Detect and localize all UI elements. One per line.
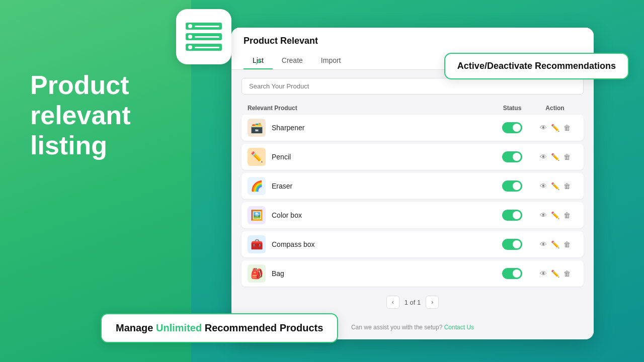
- status-cell: [492, 268, 532, 279]
- view-icon[interactable]: 👁: [540, 211, 547, 219]
- view-icon[interactable]: 👁: [540, 124, 547, 132]
- logo-circle-1: [188, 24, 192, 28]
- view-icon[interactable]: 👁: [540, 269, 547, 278]
- edit-icon[interactable]: ✏️: [551, 153, 559, 161]
- callout-bottom-bold: Products: [280, 322, 324, 333]
- page-info: 1 of 1: [405, 299, 421, 306]
- col-header-status: Status: [492, 105, 532, 112]
- product-thumb: 🎒: [248, 264, 266, 283]
- tab-list[interactable]: List ↗: [244, 52, 273, 69]
- delete-icon[interactable]: 🗑: [564, 182, 571, 190]
- product-name: Sharpener: [272, 124, 492, 132]
- delete-icon[interactable]: 🗑: [564, 124, 571, 132]
- footer-help-text: Can we assist you with the setup?: [351, 324, 444, 331]
- logo-bar-3: [186, 44, 222, 51]
- table-row: 🎒 Bag 👁 ✏️ 🗑: [242, 260, 584, 287]
- delete-icon[interactable]: 🗑: [564, 153, 571, 161]
- col-header-product: Relevant Product: [248, 105, 492, 112]
- action-cell: 👁 ✏️ 🗑: [532, 124, 578, 132]
- logo-bar-2: [186, 33, 222, 40]
- product-name: Bag: [272, 269, 492, 278]
- product-thumb: 🖼️: [248, 206, 266, 224]
- status-cell: [492, 122, 532, 133]
- status-toggle[interactable]: [502, 268, 522, 279]
- callout-top-normal: Active/Deactivate: [457, 61, 535, 71]
- table-row: 🗃️ Sharpener 👁 ✏️ 🗑: [242, 115, 584, 141]
- product-thumb: ✏️: [248, 148, 266, 166]
- product-thumb: 🗃️: [248, 119, 266, 137]
- table-row: ✏️ Pencil 👁 ✏️ 🗑: [242, 144, 584, 170]
- footer-contact-link[interactable]: Contact Us: [444, 324, 474, 331]
- page-prev-btn[interactable]: ‹: [386, 296, 399, 309]
- status-cell: [492, 180, 532, 192]
- view-icon[interactable]: 👁: [540, 240, 547, 248]
- delete-icon[interactable]: 🗑: [564, 211, 571, 219]
- edit-icon[interactable]: ✏️: [551, 182, 559, 190]
- col-header-action: Action: [532, 105, 578, 112]
- product-name: Compass box: [272, 240, 492, 248]
- callout-bottom-prefix: Manage: [116, 322, 156, 333]
- edit-icon[interactable]: ✏️: [551, 211, 559, 219]
- edit-icon[interactable]: ✏️: [551, 124, 559, 132]
- edit-icon[interactable]: ✏️: [551, 269, 559, 278]
- app-title: Product Relevant: [244, 36, 582, 46]
- callout-top-badge: Active/Deactivate Recommendations: [444, 53, 629, 79]
- page-next-btn[interactable]: ›: [426, 296, 439, 309]
- logo-line-3: [195, 47, 219, 48]
- tab-create[interactable]: Create: [273, 52, 312, 69]
- callout-bottom-middle: Recommended: [202, 322, 279, 333]
- table-row: 🖼️ Color box 👁 ✏️ 🗑: [242, 202, 584, 228]
- logo-bar-1: [186, 23, 222, 30]
- status-cell: [492, 239, 532, 250]
- hero-line1: Product: [30, 70, 129, 100]
- logo-circle-2: [188, 35, 192, 39]
- product-name: Pencil: [272, 153, 492, 161]
- action-cell: 👁 ✏️ 🗑: [532, 153, 578, 161]
- action-cell: 👁 ✏️ 🗑: [532, 211, 578, 219]
- logo-card: [176, 9, 231, 64]
- app-body: Relevant Product Status Action 🗃️ Sharpe…: [231, 70, 594, 321]
- product-name: Eraser: [272, 182, 492, 190]
- product-thumb: 🌈: [248, 177, 266, 195]
- action-cell: 👁 ✏️ 🗑: [532, 269, 578, 278]
- status-toggle[interactable]: [502, 210, 522, 221]
- callout-bottom-highlight: Unlimited: [156, 322, 202, 333]
- tab-import[interactable]: Import: [312, 52, 350, 69]
- status-toggle[interactable]: [502, 122, 522, 133]
- delete-icon[interactable]: 🗑: [564, 269, 571, 278]
- logo-line-1: [195, 26, 219, 27]
- product-list: 🗃️ Sharpener 👁 ✏️ 🗑 ✏️ Pencil 👁 ✏️ 🗑 🌈: [242, 115, 584, 287]
- edit-icon[interactable]: ✏️: [551, 240, 559, 248]
- hero-line2: relevant: [30, 101, 130, 130]
- callout-top-bold: Recommendations: [535, 61, 616, 71]
- logo-line-2: [195, 36, 219, 38]
- table-header: Relevant Product Status Action: [242, 102, 584, 115]
- search-input[interactable]: [242, 78, 584, 95]
- callout-bottom-badge: Manage Unlimited Recommended Products: [101, 313, 338, 343]
- action-cell: 👁 ✏️ 🗑: [532, 182, 578, 190]
- status-toggle[interactable]: [502, 180, 522, 192]
- hero-text: Product relevant listing: [30, 70, 130, 160]
- pagination: ‹ 1 of 1 ›: [242, 290, 584, 313]
- status-cell: [492, 151, 532, 162]
- product-thumb: 🧰: [248, 235, 266, 253]
- product-name: Color box: [272, 211, 492, 219]
- table-row: 🧰 Compass box 👁 ✏️ 🗑: [242, 231, 584, 257]
- cursor-icon: ↗: [255, 57, 261, 67]
- delete-icon[interactable]: 🗑: [564, 240, 571, 248]
- table-row: 🌈 Eraser 👁 ✏️ 🗑: [242, 173, 584, 199]
- status-toggle[interactable]: [502, 239, 522, 250]
- view-icon[interactable]: 👁: [540, 182, 547, 190]
- hero-line3: listing: [30, 131, 107, 160]
- status-cell: [492, 210, 532, 221]
- status-toggle[interactable]: [502, 151, 522, 162]
- action-cell: 👁 ✏️ 🗑: [532, 240, 578, 248]
- logo-circle-3: [188, 45, 192, 49]
- view-icon[interactable]: 👁: [540, 153, 547, 161]
